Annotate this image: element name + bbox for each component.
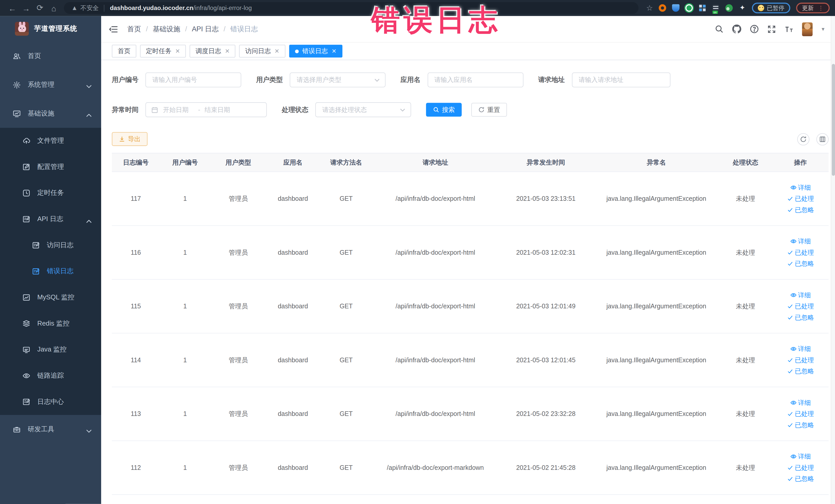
sidebar-item-api-logs[interactable]: API 日志	[0, 206, 101, 233]
ignored-link[interactable]: 已忽略	[787, 206, 814, 215]
tab-error-log[interactable]: 错误日志✕	[289, 45, 342, 58]
header-cell-异常发生时间: 异常发生时间	[498, 158, 594, 167]
end-date-field[interactable]	[204, 105, 237, 114]
sidebar-item-redis-monitor[interactable]: Redis 监控	[0, 311, 101, 337]
breadcrumb-item-home[interactable]: 首页	[127, 24, 141, 34]
breadcrumb-item-api-logs[interactable]: API 日志	[192, 24, 219, 34]
tab-home[interactable]: 首页	[112, 45, 136, 58]
date-range-picker[interactable]: -	[145, 102, 267, 117]
app-name-input[interactable]	[427, 73, 523, 87]
browser-back-icon[interactable]: ←	[5, 3, 19, 12]
tab-schedule-log[interactable]: 调度日志✕	[190, 45, 236, 58]
reset-button[interactable]: 重置	[471, 103, 507, 117]
sidebar-item-java-monitor[interactable]: Java 监控	[0, 337, 101, 363]
extension-switch-on-icon[interactable]	[712, 4, 719, 12]
ignored-link[interactable]: 已忽略	[787, 367, 814, 376]
processed-link[interactable]: 已处理	[787, 409, 814, 418]
paused-badge[interactable]: 已暂停	[752, 3, 790, 13]
sidebar-item-file-management[interactable]: 文件管理	[0, 128, 101, 154]
processed-link[interactable]: 已处理	[787, 302, 814, 311]
kebab-menu-icon[interactable]: ⋮	[818, 5, 824, 12]
user-id-field[interactable]	[151, 76, 236, 84]
detail-link[interactable]: 详细	[790, 183, 811, 192]
user-id-input[interactable]	[145, 73, 241, 87]
process-status-select[interactable]	[315, 102, 411, 117]
sidebar-item-infrastructure[interactable]: 基础设施	[0, 99, 101, 128]
ignored-link[interactable]: 已忽略	[787, 313, 814, 322]
user-type-field[interactable]	[296, 76, 374, 84]
font-size-icon[interactable]	[785, 24, 794, 34]
search-button[interactable]: 搜索	[426, 103, 462, 117]
processed-link[interactable]: 已处理	[787, 194, 814, 203]
sidebar: 芋道管理系统 首页 系统管理 基础设施 文件管理	[0, 16, 101, 504]
extension-green-badge-icon[interactable]	[685, 4, 693, 12]
github-icon[interactable]	[732, 24, 741, 34]
sidebar-item-dev-tools[interactable]: 研发工具	[0, 415, 101, 444]
cell-url: /api/infra/db-doc/export-html	[373, 248, 498, 257]
sidebar-item-home[interactable]: 首页	[0, 42, 101, 70]
cell-status: 未处理	[719, 194, 772, 203]
detail-link[interactable]: 详细	[790, 345, 811, 353]
sidebar-item-log-center[interactable]: 日志中心	[0, 389, 101, 415]
extension-orange-ring-icon[interactable]	[659, 4, 666, 12]
close-icon[interactable]: ✕	[332, 48, 337, 55]
chevron-down-icon	[400, 106, 405, 114]
ignored-link[interactable]: 已忽略	[787, 475, 814, 483]
app-name-field[interactable]	[433, 76, 517, 84]
processed-link[interactable]: 已处理	[787, 248, 814, 257]
tab-scheduled-tasks[interactable]: 定时任务✕	[140, 45, 186, 58]
sidebar-item-tracing[interactable]: 链路追踪	[0, 363, 101, 389]
scrollbar-thumb[interactable]	[832, 64, 835, 176]
address-bar[interactable]: ▲ 不安全 dashboard.yudao.iocoder.cn/infra/l…	[64, 2, 639, 14]
browser-forward-icon[interactable]: →	[19, 3, 33, 12]
extension-blue-shield-icon[interactable]	[672, 4, 679, 12]
extension-green-sprout-icon[interactable]	[726, 4, 733, 12]
start-date-field[interactable]	[162, 105, 195, 114]
user-type-select[interactable]	[290, 73, 386, 87]
close-icon[interactable]: ✕	[274, 48, 279, 55]
detail-link[interactable]: 详细	[790, 291, 811, 299]
edit-square-icon	[22, 163, 30, 171]
export-button[interactable]: 导出	[112, 132, 148, 146]
detail-link[interactable]: 详细	[790, 452, 811, 461]
process-status-field[interactable]	[321, 105, 400, 114]
hamburger-icon[interactable]	[109, 25, 118, 33]
sidebar-item-system-management[interactable]: 系统管理	[0, 70, 101, 99]
extension-grid-icon[interactable]	[699, 4, 706, 12]
ignored-link[interactable]: 已忽略	[787, 421, 814, 429]
extension-puzzle-icon[interactable]: ✦	[738, 4, 746, 12]
sidebar-item-access-log[interactable]: 访问日志	[0, 233, 101, 259]
request-url-input[interactable]	[572, 73, 670, 87]
row-actions: 详细已处理已忽略	[776, 183, 824, 214]
active-tab-dot	[295, 49, 299, 53]
update-button[interactable]: 更新 ⋮	[796, 3, 830, 13]
processed-link[interactable]: 已处理	[787, 463, 814, 472]
sidebar-item-config-management[interactable]: 配置管理	[0, 154, 101, 180]
fullscreen-icon[interactable]	[767, 24, 776, 34]
sidebar-item-label: 文件管理	[37, 136, 64, 145]
detail-link[interactable]: 详细	[790, 398, 811, 407]
browser-home-icon[interactable]: ⌂	[47, 3, 61, 12]
sidebar-item-error-log[interactable]: 错误日志	[0, 258, 101, 284]
calendar-icon	[151, 106, 158, 113]
bookmark-star-icon[interactable]: ☆	[646, 4, 653, 12]
browser-reload-icon[interactable]: ⟳	[33, 3, 47, 13]
sidebar-logo-row[interactable]: 芋道管理系统	[0, 16, 101, 42]
help-icon[interactable]	[749, 24, 759, 34]
sidebar-item-mysql-monitor[interactable]: MySQL 监控	[0, 284, 101, 311]
user-avatar[interactable]	[802, 22, 813, 36]
sidebar-item-scheduled-tasks[interactable]: 定时任务	[0, 180, 101, 206]
detail-link[interactable]: 详细	[790, 237, 811, 246]
request-url-field[interactable]	[577, 76, 664, 84]
tab-access-log[interactable]: 访问日志✕	[239, 45, 285, 58]
close-icon[interactable]: ✕	[175, 48, 180, 55]
search-icon[interactable]	[714, 24, 724, 34]
close-icon[interactable]: ✕	[225, 48, 230, 55]
avatar-caret-down-icon[interactable]: ▼	[821, 26, 826, 32]
refresh-button[interactable]	[797, 133, 810, 145]
breadcrumb-item-infrastructure[interactable]: 基础设施	[153, 24, 180, 34]
processed-link[interactable]: 已处理	[787, 356, 814, 365]
page-scrollbar[interactable]	[831, 16, 835, 504]
ignored-link[interactable]: 已忽略	[787, 260, 814, 268]
column-settings-button[interactable]	[816, 133, 829, 145]
